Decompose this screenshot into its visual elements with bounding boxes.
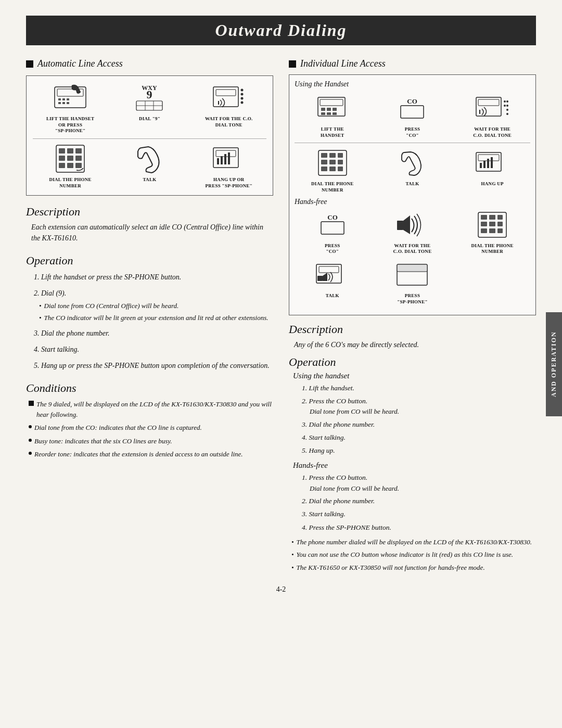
svg-rect-0: [55, 87, 86, 108]
right-op-h5: 5. Hang up.: [302, 445, 536, 456]
ind-step5-label: TALK: [405, 181, 419, 187]
left-description: Description Each extension can automatic…: [26, 205, 273, 244]
left-column: Automatic Line Access: [26, 58, 273, 470]
handset-icon: [130, 143, 169, 174]
op-list: 1. Lift the handset or press the SP-PHON…: [26, 272, 273, 371]
svg-rect-62: [338, 160, 343, 164]
cond-text-2: Dial tone from the CO: indicates that th…: [34, 423, 202, 433]
right-desc-text: Any of the 6 CO's may be directly select…: [289, 339, 536, 350]
phone-icon: [51, 82, 90, 113]
svg-point-16: [240, 89, 243, 92]
desc-text: Each extension can automatically select …: [26, 222, 273, 244]
svg-rect-6: [62, 102, 65, 104]
op-item-5: 5. Hang up or press the SP-PHONE button …: [34, 360, 273, 371]
ind-step1-label: LIFT THEHANDSET: [321, 126, 344, 138]
svg-rect-92: [397, 264, 427, 272]
auto-section-title: Automatic Line Access: [26, 58, 273, 69]
hf-row2: TALK SP-PHONE PRESS"SP-PHONE": [295, 259, 530, 305]
svg-rect-82: [497, 222, 503, 226]
right-op-handset-title: Using the handset: [289, 372, 536, 380]
op-item-4: 4. Start talking.: [34, 344, 273, 355]
svg-rect-30: [75, 163, 82, 168]
ind-phone-icon: [313, 93, 352, 124]
auto-step3-label: WAIT FOR THE C.O.DIAL TONE: [205, 116, 253, 128]
svg-text:9: 9: [147, 88, 152, 101]
ind-step1: LIFT THEHANDSET: [295, 93, 371, 138]
ind-keypad-icon: [313, 147, 352, 178]
svg-rect-58: [329, 153, 336, 158]
svg-rect-15: [216, 90, 236, 96]
auto-diagram-row2: DIAL THE PHONENUMBER TALK: [33, 143, 266, 189]
ind-step3-label: WAIT FOR THEC.O. DIAL TONE: [473, 126, 512, 138]
svg-rect-79: [497, 215, 503, 220]
svg-rect-70: [487, 159, 489, 168]
ind-step2-label: PRESS"CO": [405, 126, 420, 138]
content-columns: Automatic Line Access: [26, 58, 536, 575]
sidebar-text: AND OPERATION: [550, 331, 558, 397]
svg-rect-36: [228, 152, 230, 164]
op-item-1: 1. Lift the handset or press the SP-PHON…: [34, 272, 273, 283]
ind-hangup-icon: [473, 147, 512, 178]
cond-item-4: Reorder tone: indicates that the extensi…: [29, 449, 273, 459]
op-item-3: 3. Dial the phone number.: [34, 328, 273, 339]
keypad9-icon: WXY 9: [130, 82, 169, 113]
cond-text-1: The 9 dialed, will be displayed on the L…: [36, 399, 273, 419]
op-item-2: 2. Dial (9). Dial tone from CO (Central …: [34, 288, 273, 323]
hf-placeholder: [454, 259, 530, 305]
auto-step1: LIFT THE HANDSETOR PRESS"SP-PHONE": [33, 82, 108, 134]
right-description: Description Any of the 6 CO's may be dir…: [289, 323, 536, 350]
svg-rect-28: [59, 163, 65, 168]
svg-rect-71: [491, 157, 493, 168]
svg-rect-38: [320, 99, 343, 106]
ind-step2: CO PRESS"CO": [375, 93, 451, 138]
hf-speaker-icon: [313, 259, 352, 290]
right-op-hf1: 1. Press the CO button. Dial tone from C…: [302, 472, 536, 493]
ind-step6: HANG UP: [454, 147, 530, 193]
svg-rect-43: [327, 112, 331, 115]
right-column: Individual Line Access Using the Handset: [289, 58, 536, 575]
hf-step3: DIAL THE PHONENUMBER: [454, 209, 530, 255]
desc-title: Description: [26, 205, 273, 219]
svg-point-17: [240, 93, 243, 96]
hangup-icon: [209, 143, 248, 174]
svg-rect-61: [329, 160, 336, 164]
ind-title-label: Individual Line Access: [300, 58, 386, 69]
hf-step1: CO PRESS"CO": [295, 209, 371, 255]
svg-rect-33: [217, 158, 219, 164]
svg-rect-77: [481, 215, 487, 220]
svg-rect-60: [321, 160, 327, 164]
right-bullet-3: The KX-T61650 or KX-T30850 will not func…: [291, 563, 536, 573]
svg-text:CO: CO: [407, 97, 418, 105]
op-sub-list-2: Dial tone from CO (Central Office) will …: [34, 301, 273, 323]
svg-point-19: [240, 101, 243, 104]
ind-tone-icon: [473, 93, 512, 124]
hf-step4: TALK: [295, 259, 371, 305]
hf-co-icon: CO: [313, 209, 352, 240]
right-bullet-2: You can not use the CO button whose indi…: [291, 550, 536, 560]
square-bullet: [29, 401, 34, 406]
auto-step2-label: DIAL "9": [139, 116, 160, 122]
svg-text:CO: CO: [327, 213, 338, 221]
svg-rect-3: [62, 98, 65, 100]
square-bullet-icon-right: [289, 60, 296, 68]
svg-rect-23: [67, 148, 73, 154]
svg-rect-80: [481, 222, 487, 226]
svg-rect-27: [75, 156, 82, 161]
auto-title-label: Automatic Line Access: [37, 58, 123, 69]
hf-step5: SP-PHONE PRESS"SP-PHONE": [375, 259, 451, 305]
svg-rect-40: [327, 108, 331, 111]
page-number: 4-2: [26, 585, 536, 594]
ind-section-title: Individual Line Access: [289, 58, 536, 69]
svg-rect-24: [75, 148, 82, 154]
hands-free-title: Hands-free: [295, 198, 530, 206]
right-op-hf2: 2. Dial the phone number.: [302, 496, 536, 506]
ind-step4-label: DIAL THE PHONENUMBER: [311, 181, 354, 193]
hf-tone-icon: [393, 209, 432, 240]
svg-rect-34: [221, 156, 223, 164]
hf-step2-label: WAIT FOR THEC.O. DIAL TONE: [393, 243, 432, 255]
dot-bullet: [29, 439, 32, 442]
cond-list: The 9 dialed, will be displayed on the L…: [26, 399, 273, 459]
hf-step1-label: PRESS"CO": [325, 243, 340, 255]
dot-bullet: [29, 452, 32, 455]
svg-marker-75: [403, 215, 410, 234]
